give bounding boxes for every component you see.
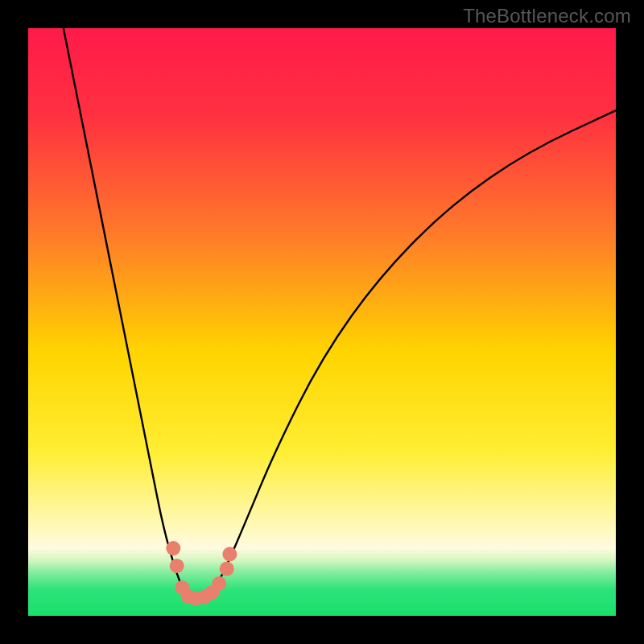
marker-point	[222, 547, 237, 561]
marker-point	[166, 541, 180, 555]
curve-layer	[28, 28, 616, 616]
marker-point	[212, 576, 226, 591]
watermark-text: TheBottleneck.com	[463, 5, 631, 27]
chart-frame: TheBottleneck.com	[0, 0, 644, 644]
bottleneck-curve	[64, 28, 616, 597]
marker-point	[170, 559, 184, 573]
marker-point	[220, 562, 234, 576]
plot-area	[28, 28, 616, 616]
